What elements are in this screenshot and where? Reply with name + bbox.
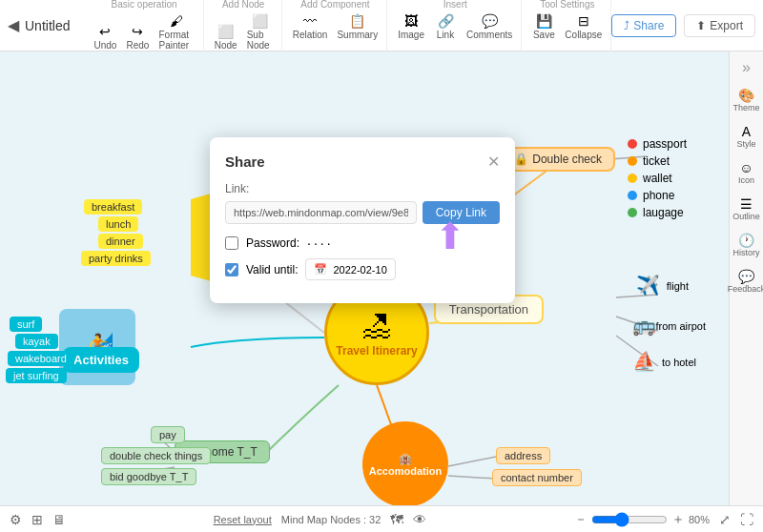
- lunch-node[interactable]: lunch: [98, 216, 138, 232]
- zoom-out-button[interactable]: －: [574, 511, 588, 528]
- double-check-things-node[interactable]: double check things: [101, 447, 211, 464]
- lock-icon: 🔒: [514, 153, 528, 166]
- checklist-phone[interactable]: phone: [628, 189, 687, 202]
- password-value: ····: [307, 235, 334, 251]
- zoom-in-button[interactable]: ＋: [671, 511, 685, 528]
- bus-icon: 🚌: [632, 314, 656, 337]
- jet-surfing-node[interactable]: jet surfing: [6, 368, 67, 383]
- party-drinks-node[interactable]: party drinks: [81, 251, 151, 266]
- insert-group: Insert 🖼Image 🔗Link 💬Comments: [389, 0, 522, 52]
- right-sidebar: » 🎨 Theme A Style ☺ Icon ☰ Outline 🕐 His…: [729, 51, 763, 532]
- relation-button[interactable]: 〰Relation: [290, 11, 331, 42]
- breakfast-node[interactable]: breakfast: [84, 199, 142, 215]
- theme-icon: 🎨: [738, 88, 754, 103]
- format-painter-button[interactable]: 🖌Format Painter: [155, 11, 196, 52]
- settings-icon[interactable]: ⚙: [10, 512, 22, 527]
- back-button[interactable]: ◀: [8, 16, 19, 34]
- toolbar-right: ⤴ Share ⬆ Export: [611, 14, 755, 37]
- link-button[interactable]: 🔗Link: [431, 11, 460, 42]
- sidebar-feedback[interactable]: 💬 Feedback: [731, 265, 763, 297]
- activities-node[interactable]: Activities: [63, 347, 139, 373]
- app-logo: ◀ Untitled: [8, 16, 70, 34]
- tool-settings-group: Tool Settings 💾Save ⊟Collapse: [524, 0, 611, 52]
- export-button[interactable]: ⬆ Export: [684, 14, 755, 37]
- modal-title: Share: [225, 153, 265, 170]
- checklist-ticket[interactable]: ticket: [628, 154, 687, 168]
- wakeboard-node[interactable]: wakeboard: [8, 351, 74, 366]
- info-icon[interactable]: 🖥: [52, 512, 66, 527]
- reset-layout-button[interactable]: Reset layout: [214, 514, 272, 525]
- arrow-indicator: ⬆: [435, 215, 465, 257]
- group-items: 🖼Image 🔗Link 💬Comments: [395, 11, 515, 42]
- calendar-icon: 📅: [314, 263, 327, 276]
- add-component-group: Add Component 〰Relation 📋Summary: [284, 0, 388, 52]
- undo-button[interactable]: ↩Undo: [91, 22, 119, 52]
- checklist: passport ticket wallet phone laugage: [628, 137, 687, 223]
- dinner-node[interactable]: dinner: [98, 234, 143, 249]
- node-button[interactable]: ⬜Node: [212, 22, 240, 52]
- comments-button[interactable]: 💬Comments: [464, 11, 515, 42]
- center-label: Travel Itinerary: [336, 344, 417, 358]
- eye-icon[interactable]: 👁: [413, 512, 426, 527]
- sidebar-style[interactable]: A Style: [731, 120, 763, 153]
- hotel-icon: 🏨: [399, 453, 412, 465]
- zoom-controls: － ＋ 80%: [574, 511, 710, 528]
- style-icon: A: [742, 124, 751, 139]
- from-airpot-label: from airpot: [655, 320, 706, 332]
- date-input[interactable]: 📅 2022-02-10: [305, 258, 395, 280]
- flight-icon: ✈️: [636, 274, 660, 297]
- bid-goodbye-node[interactable]: bid goodbye T_T: [101, 468, 196, 485]
- doublecheck-node[interactable]: 🔒 Double check: [501, 147, 615, 172]
- center-icon: 🏖: [361, 309, 392, 344]
- fit-screen-button[interactable]: ⤢: [719, 512, 731, 527]
- flight-label: flight: [667, 280, 689, 292]
- contact-number-node[interactable]: contact number: [492, 469, 582, 486]
- modal-header: Share ✕: [225, 153, 500, 171]
- toolbar: ◀ Untitled Basic operation ↩Undo ↪Redo 🖌…: [0, 0, 763, 51]
- link-input[interactable]: [225, 201, 417, 224]
- group-items: ⬜Node ⬜Sub Node: [212, 11, 276, 52]
- share-icon: ⤴: [624, 19, 629, 32]
- export-icon: ⬆: [696, 19, 706, 32]
- sidebar-theme[interactable]: 🎨 Theme: [731, 84, 763, 116]
- fullscreen-button[interactable]: ⛶: [740, 512, 753, 527]
- zoom-slider[interactable]: [591, 512, 668, 527]
- checklist-passport[interactable]: passport: [628, 137, 687, 151]
- document-title[interactable]: Untitled: [25, 18, 70, 33]
- group-items: 💾Save ⊟Collapse: [529, 11, 605, 42]
- image-button[interactable]: 🖼Image: [395, 11, 427, 42]
- boat-icon: ⛵: [632, 350, 656, 373]
- accomodation-node[interactable]: 🏨 Accomodation: [362, 421, 448, 507]
- history-icon: 🕐: [738, 233, 754, 248]
- pay-node[interactable]: pay: [151, 426, 185, 443]
- basic-operation-group: Basic operation ↩Undo ↪Redo 🖌Format Pain…: [85, 0, 203, 52]
- share-button[interactable]: ⤴ Share: [611, 14, 676, 37]
- dot-icon: [628, 208, 637, 217]
- valid-until-checkbox[interactable]: [225, 263, 238, 276]
- collapse-sidebar-button[interactable]: »: [742, 59, 751, 76]
- sidebar-outline[interactable]: ☰ Outline: [731, 193, 763, 225]
- map-icon: 🗺: [390, 512, 403, 527]
- canvas[interactable]: breakfast lunch dinner party drinks 🏄 Ac…: [0, 51, 763, 532]
- fullscreen-icon[interactable]: ⊞: [31, 512, 43, 527]
- address-node[interactable]: address: [496, 447, 550, 464]
- modal-close-button[interactable]: ✕: [487, 153, 500, 171]
- share-modal: Share ✕ Link: Copy Link Password: ···· V…: [210, 137, 515, 303]
- save-button[interactable]: 💾Save: [529, 11, 558, 42]
- group-label: Add Component: [300, 0, 369, 10]
- svg-line-3: [448, 457, 496, 466]
- password-checkbox[interactable]: [225, 236, 238, 250]
- redo-button[interactable]: ↪Redo: [123, 22, 152, 52]
- to-hotel-label: to hotel: [662, 357, 696, 368]
- sidebar-icon[interactable]: ☺ Icon: [731, 156, 763, 189]
- checklist-wallet[interactable]: wallet: [628, 172, 687, 185]
- group-label: Basic operation: [112, 0, 177, 10]
- summary-button[interactable]: 📋Summary: [334, 11, 381, 42]
- collapse-button[interactable]: ⊟Collapse: [562, 11, 605, 42]
- checklist-laugage[interactable]: laugage: [628, 206, 687, 219]
- sub-node-button[interactable]: ⬜Sub Node: [244, 11, 276, 52]
- surf-node[interactable]: surf: [10, 317, 42, 332]
- outline-icon: ☰: [740, 196, 753, 212]
- sidebar-history[interactable]: 🕐 History: [731, 229, 763, 261]
- kayak-node[interactable]: kayak: [15, 334, 58, 349]
